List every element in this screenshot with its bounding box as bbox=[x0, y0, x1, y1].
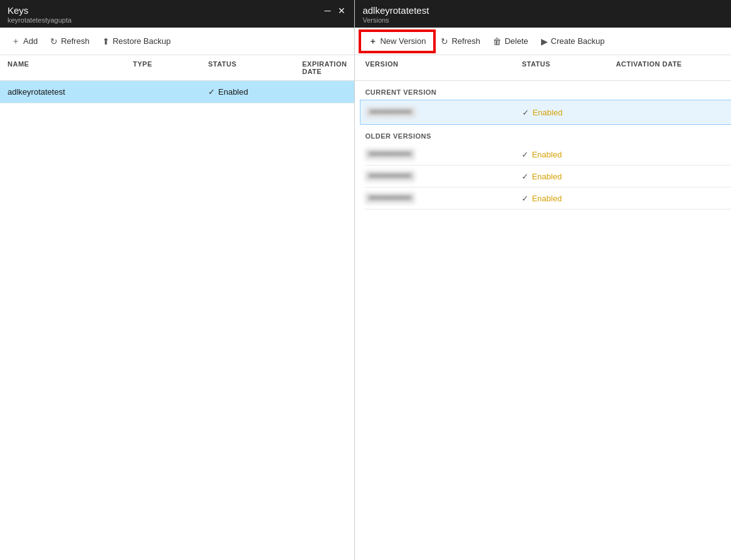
add-button[interactable]: ＋ Add bbox=[5, 32, 44, 51]
restore-backup-label: Restore Backup bbox=[113, 36, 171, 46]
older-version-row-1[interactable]: •••••••••••••••• ✓ Enabled bbox=[365, 166, 731, 188]
delete-label: Delete bbox=[505, 36, 529, 46]
new-version-label: New Version bbox=[380, 36, 426, 46]
vcol-version: VERSION bbox=[365, 60, 522, 75]
restore-backup-button[interactable]: ⬆ Restore Backup bbox=[96, 33, 177, 50]
older-versions-label: OLDER VERSIONS bbox=[365, 125, 731, 144]
col-status: STATUS bbox=[208, 60, 302, 75]
current-version-row[interactable]: •••••••••••••••• ✓ Enabled bbox=[360, 100, 731, 125]
status-text: Enabled bbox=[218, 87, 248, 97]
older-version-row-0[interactable]: •••••••••••••••• ✓ Enabled bbox=[365, 144, 731, 166]
older-version-status-1: ✓ Enabled bbox=[522, 172, 616, 181]
new-version-plus-icon: ＋ bbox=[369, 36, 377, 47]
older-version-row-2[interactable]: •••••••••••••••• ✓ Enabled bbox=[365, 188, 731, 209]
right-panel: adlkeyrotatetest Versions ─ ✕ ＋ New Vers… bbox=[355, 0, 731, 560]
versions-body: CURRENT VERSION •••••••••••••••• ✓ Enabl… bbox=[355, 81, 731, 560]
left-minimize-btn[interactable]: ─ bbox=[323, 6, 332, 15]
older-version-id-2: •••••••••••••••• bbox=[365, 193, 522, 204]
left-toolbar: ＋ Add ↻ Refresh ⬆ Restore Backup bbox=[0, 28, 354, 55]
col-name: NAME bbox=[8, 60, 133, 75]
new-version-button[interactable]: ＋ New Version bbox=[360, 31, 434, 52]
older-status-text-0: Enabled bbox=[532, 150, 562, 159]
left-panel-title: Keys bbox=[8, 5, 71, 16]
delete-icon: 🗑 bbox=[493, 36, 502, 46]
delete-button[interactable]: 🗑 Delete bbox=[486, 33, 535, 50]
refresh-icon-left: ↻ bbox=[50, 36, 58, 46]
left-panel-header: Keys keyrotatetestyagupta ─ ✕ bbox=[0, 0, 354, 28]
add-icon: ＋ bbox=[11, 36, 20, 47]
refresh-label-right: Refresh bbox=[451, 36, 480, 46]
right-panel-title: adlkeyrotatetest bbox=[362, 5, 429, 16]
right-title-group: adlkeyrotatetest Versions bbox=[362, 5, 429, 24]
status-enabled: ✓ Enabled bbox=[208, 87, 302, 97]
older-version-status-2: ✓ Enabled bbox=[522, 194, 616, 203]
create-backup-button[interactable]: ▶ Create Backup bbox=[535, 33, 611, 50]
older-check-icon-2: ✓ bbox=[522, 194, 529, 203]
older-check-icon-1: ✓ bbox=[522, 172, 529, 181]
left-table-header: NAME TYPE STATUS EXPIRATION DATE bbox=[0, 55, 354, 81]
older-version-status-0: ✓ Enabled bbox=[522, 150, 616, 159]
older-status-text-1: Enabled bbox=[532, 172, 562, 181]
current-status-text: Enabled bbox=[532, 108, 562, 117]
vcol-activation: ACTIVATION DATE bbox=[616, 60, 731, 75]
left-close-btn[interactable]: ✕ bbox=[337, 6, 347, 15]
refresh-label-left: Refresh bbox=[61, 36, 90, 46]
left-window-controls: ─ ✕ bbox=[323, 6, 347, 15]
older-status-text-2: Enabled bbox=[532, 194, 562, 203]
row-status: ✓ Enabled bbox=[208, 87, 302, 97]
versions-table-header: VERSION STATUS ACTIVATION DATE EXPIRATIO… bbox=[355, 55, 731, 81]
vcol-status: STATUS bbox=[522, 60, 616, 75]
col-expiration: EXPIRATION DATE bbox=[302, 60, 347, 75]
col-type: TYPE bbox=[133, 60, 208, 75]
refresh-button-right[interactable]: ↻ Refresh bbox=[434, 33, 486, 50]
current-version-id: •••••••••••••••• bbox=[366, 107, 522, 118]
current-version-status: ✓ Enabled bbox=[522, 108, 616, 117]
refresh-icon-right: ↻ bbox=[441, 36, 448, 46]
left-panel: Keys keyrotatetestyagupta ─ ✕ ＋ Add ↻ Re… bbox=[0, 0, 355, 560]
row-name: adlkeyrotatetest bbox=[8, 87, 133, 97]
right-panel-header: adlkeyrotatetest Versions ─ ✕ bbox=[355, 0, 731, 28]
left-title-group: Keys keyrotatetestyagupta bbox=[8, 5, 71, 24]
refresh-button-left[interactable]: ↻ Refresh bbox=[44, 33, 96, 50]
current-version-label: CURRENT VERSION bbox=[365, 81, 731, 100]
current-status-check-icon: ✓ bbox=[522, 108, 529, 117]
table-row[interactable]: adlkeyrotatetest ✓ Enabled bbox=[0, 81, 354, 103]
add-label: Add bbox=[23, 36, 38, 46]
older-version-id-0: •••••••••••••••• bbox=[365, 149, 522, 160]
create-backup-icon: ▶ bbox=[541, 36, 548, 46]
check-icon: ✓ bbox=[208, 87, 215, 97]
left-table-body: adlkeyrotatetest ✓ Enabled bbox=[0, 81, 354, 560]
older-version-id-1: •••••••••••••••• bbox=[365, 171, 522, 182]
left-panel-subtitle: keyrotatetestyagupta bbox=[8, 16, 71, 24]
restore-icon: ⬆ bbox=[102, 36, 110, 46]
right-panel-subtitle: Versions bbox=[362, 16, 429, 24]
create-backup-label: Create Backup bbox=[551, 36, 605, 46]
older-check-icon-0: ✓ bbox=[522, 150, 529, 159]
right-toolbar: ＋ New Version ↻ Refresh 🗑 Delete ▶ Creat… bbox=[355, 28, 731, 55]
